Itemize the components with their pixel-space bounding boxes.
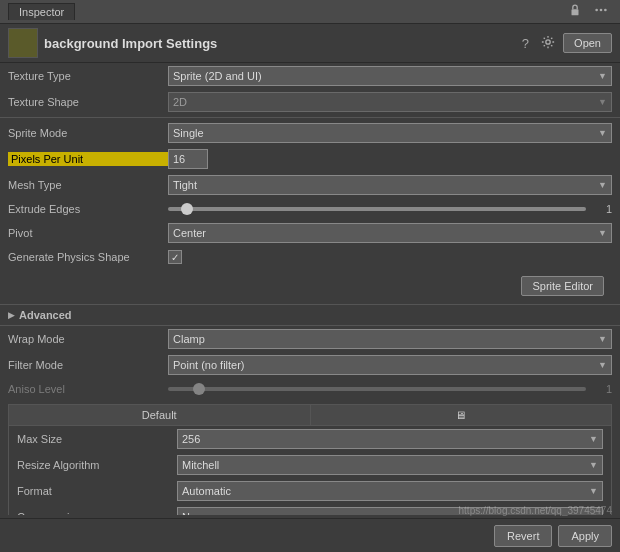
monitor-icon: 🖥 [455,409,466,421]
chevron-down-icon: ▼ [598,97,607,107]
format-row: Format Automatic ▼ [9,478,611,504]
texture-type-value[interactable]: Sprite (2D and UI) ▼ [168,66,612,86]
settings-icon [541,35,555,49]
sprite-mode-row: Sprite Mode Single ▼ [0,120,620,146]
texture-shape-label: Texture Shape [8,96,168,108]
pivot-dropdown[interactable]: Center ▼ [168,223,612,243]
max-size-label: Max Size [17,433,177,445]
format-label: Format [17,485,177,497]
inspector-tab-label: Inspector [19,6,64,18]
generate-physics-shape-value: ✓ [168,250,612,264]
svg-point-1 [595,9,598,12]
filter-mode-dropdown[interactable]: Point (no filter) ▼ [168,355,612,375]
resize-algorithm-row: Resize Algorithm Mitchell ▼ [9,452,611,478]
pixels-per-unit-input[interactable] [168,149,208,169]
mesh-type-dropdown[interactable]: Tight ▼ [168,175,612,195]
extrude-edges-number: 1 [592,203,612,215]
texture-shape-value[interactable]: 2D ▼ [168,92,612,112]
default-platform-label: Default [9,405,311,425]
more-options-button[interactable] [590,1,612,22]
svg-point-4 [546,39,550,43]
extrude-edges-row: Extrude Edges 1 [0,198,620,220]
texture-type-label: Texture Type [8,70,168,82]
filter-mode-label: Filter Mode [8,359,168,371]
chevron-down-icon: ▼ [598,128,607,138]
pivot-label: Pivot [8,227,168,239]
lock-icon-area [564,1,612,22]
pixels-per-unit-row: Pixels Per Unit [0,146,620,172]
texture-type-dropdown[interactable]: Sprite (2D and UI) ▼ [168,66,612,86]
format-value[interactable]: Automatic ▼ [177,481,603,501]
platform-table: Default 🖥 Max Size 256 ▼ Resize Algorith… [8,404,612,515]
settings-button[interactable] [537,33,559,54]
title-bar: Inspector [0,0,620,24]
pixels-per-unit-value [168,149,612,169]
mesh-type-value[interactable]: Tight ▼ [168,175,612,195]
advanced-arrow-icon: ▶ [8,310,15,320]
chevron-down-icon: ▼ [598,360,607,370]
chevron-down-icon: ▼ [598,228,607,238]
wrap-mode-label: Wrap Mode [8,333,168,345]
inspector-tab[interactable]: Inspector [8,3,75,20]
resize-algorithm-dropdown[interactable]: Mitchell ▼ [177,455,603,475]
filter-mode-value[interactable]: Point (no filter) ▼ [168,355,612,375]
wrap-mode-row: Wrap Mode Clamp ▼ [0,326,620,352]
advanced-section-label: Advanced [19,309,72,321]
extrude-edges-label: Extrude Edges [8,203,168,215]
svg-rect-0 [572,9,579,15]
generate-physics-shape-row: Generate Physics Shape ✓ [0,246,620,268]
max-size-dropdown[interactable]: 256 ▼ [177,429,603,449]
aniso-level-value: 1 [168,383,612,395]
revert-button[interactable]: Revert [494,525,552,547]
sprite-editor-area: Sprite Editor [0,268,620,304]
sprite-mode-value[interactable]: Single ▼ [168,123,612,143]
watermark: https://blog.csdn.net/qq_39745474 [459,505,612,516]
texture-shape-dropdown[interactable]: 2D ▼ [168,92,612,112]
lock-button[interactable] [564,1,586,22]
aniso-level-slider[interactable] [168,387,586,391]
mesh-type-label: Mesh Type [8,179,168,191]
lock-icon [568,3,582,17]
extrude-edges-slider[interactable] [168,207,586,211]
sprite-mode-label: Sprite Mode [8,127,168,139]
pivot-row: Pivot Center ▼ [0,220,620,246]
pivot-value[interactable]: Center ▼ [168,223,612,243]
sprite-editor-button[interactable]: Sprite Editor [521,276,604,296]
open-button[interactable]: Open [563,33,612,53]
chevron-down-icon: ▼ [589,486,598,496]
header-actions: ? Open [518,33,612,54]
chevron-down-icon: ▼ [589,460,598,470]
bottom-bar: Revert Apply [0,518,620,552]
chevron-down-icon: ▼ [598,71,607,81]
generate-physics-shape-label: Generate Physics Shape [8,251,168,263]
max-size-value[interactable]: 256 ▼ [177,429,603,449]
chevron-down-icon: ▼ [598,334,607,344]
sprite-mode-dropdown[interactable]: Single ▼ [168,123,612,143]
wrap-mode-dropdown[interactable]: Clamp ▼ [168,329,612,349]
extrude-edges-value: 1 [168,203,612,215]
pixels-per-unit-label: Pixels Per Unit [8,152,168,166]
aniso-level-row: Aniso Level 1 [0,378,620,400]
max-size-row: Max Size 256 ▼ [9,426,611,452]
texture-type-row: Texture Type Sprite (2D and UI) ▼ [0,63,620,89]
resize-algorithm-value[interactable]: Mitchell ▼ [177,455,603,475]
filter-mode-row: Filter Mode Point (no filter) ▼ [0,352,620,378]
generate-physics-shape-checkbox[interactable]: ✓ [168,250,182,264]
svg-point-2 [600,9,603,12]
help-button[interactable]: ? [518,34,533,53]
wrap-mode-value[interactable]: Clamp ▼ [168,329,612,349]
apply-button[interactable]: Apply [558,525,612,547]
asset-thumbnail [8,28,38,58]
divider-1 [0,117,620,118]
header-row: background Import Settings ? Open [0,24,620,63]
advanced-section-header[interactable]: ▶ Advanced [0,304,620,326]
svg-point-3 [604,9,607,12]
format-dropdown[interactable]: Automatic ▼ [177,481,603,501]
mesh-type-row: Mesh Type Tight ▼ [0,172,620,198]
platform-table-header: Default 🖥 [9,405,611,426]
chevron-down-icon: ▼ [598,180,607,190]
menu-icon [594,3,608,17]
texture-shape-row: Texture Shape 2D ▼ [0,89,620,115]
monitor-icon-cell[interactable]: 🖥 [311,405,612,425]
resize-algorithm-label: Resize Algorithm [17,459,177,471]
